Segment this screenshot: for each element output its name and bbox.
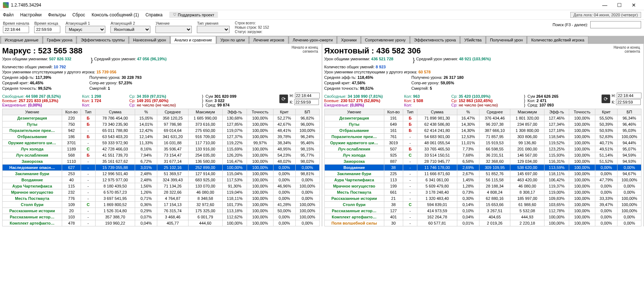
close-button[interactable]: ✕ [627, 1, 641, 9]
col-header[interactable]: Умение [3, 109, 62, 115]
seg-start-input[interactable] [617, 93, 641, 98]
col-header[interactable]: Максимум [510, 109, 544, 115]
menu-help[interactable]: Справка [145, 12, 162, 17]
col-header[interactable]: % [135, 109, 157, 115]
seg-end-input[interactable] [616, 99, 641, 105]
col-header[interactable]: Умение [324, 109, 384, 115]
refresh-icon[interactable]: ⟳ [279, 94, 288, 103]
menu-reset[interactable]: Сброс [72, 12, 85, 17]
table-row[interactable]: Путы649Б62 438 586,8014,30%96 207,38234 … [324, 121, 641, 127]
col-header[interactable]: Сумма [417, 109, 457, 115]
table-row[interactable]: Комплект артефакто…401-162 264,780,04%40… [324, 214, 641, 220]
table-row[interactable]: Рассказанные истор…127-414 973,590,10%3 … [324, 208, 641, 214]
col-header[interactable]: Точность [247, 109, 273, 115]
app-icon [3, 2, 9, 8]
table-row[interactable]: Столп бури38С594 839,010,14%15 653,6661 … [324, 201, 641, 208]
col-header[interactable]: Точность [569, 109, 595, 115]
table-row[interactable]: Поразительное преи…761-54 683 901,0012,5… [324, 133, 641, 140]
table-row[interactable]: Рассказанные истор…103-357 388,700,07%3 … [3, 214, 320, 220]
tab-5[interactable]: Урон по цели [216, 36, 249, 44]
tab-9[interactable]: Сопротивление урону [361, 36, 410, 44]
table-row[interactable]: Воздаяние38-11 746 178,002,69%309 109,95… [324, 164, 641, 170]
col-header[interactable]: БП [617, 109, 641, 115]
maximize-button[interactable]: ☐ [612, 1, 627, 9]
time-start-input[interactable] [3, 26, 29, 33]
tab-1[interactable]: График урона [43, 36, 76, 44]
tab-12[interactable]: Полученный урон [486, 36, 527, 44]
tab-6[interactable]: Лечение игроков [249, 36, 288, 44]
tab-13[interactable]: Количество действий игрока [527, 36, 588, 44]
table-row[interactable]: Комплект артефакто…478-193 960,220,04%40… [3, 220, 320, 226]
table-row[interactable]: Наследование опасн…627-15 739 055,883,01… [3, 164, 320, 170]
table-row[interactable]: Заморозка1110-35 161 627,626,72%31 677,1… [3, 158, 320, 164]
tab-8[interactable]: Хроники [337, 36, 361, 44]
menubar: Файл Настройки Фильтры Сброс Консоль соо… [0, 10, 644, 20]
tab-10[interactable]: Эффективность урона [410, 36, 460, 44]
table-row[interactable]: Мрачное могущество199-5 609 479,801,28%2… [324, 183, 641, 189]
skill-type-select[interactable] [197, 26, 230, 33]
col-header[interactable]: Максимум [188, 109, 222, 115]
attacker1-select[interactable]: Маркус [65, 26, 105, 33]
table-row[interactable]: Луч холода925С33 514 150,517,68%36 231,5… [324, 152, 641, 158]
menu-console[interactable]: Консоль сообщений (1) [92, 12, 139, 17]
menu-settings[interactable]: Настройки [20, 12, 42, 17]
table-row[interactable]: Столп бури109С1 869 800,520,36%17 154,13… [3, 201, 320, 208]
col-header[interactable]: Сумма [95, 109, 135, 115]
table-row[interactable]: Оружие ядовитого ши…3019-48 061 055,5411… [324, 140, 641, 146]
menu-filters[interactable]: Фильтры [48, 12, 66, 17]
table-row[interactable]: Поразительное преи…942-65 011 788,8012,4… [3, 127, 320, 133]
seg-end-input[interactable] [294, 99, 319, 105]
col-header[interactable]: Среднее [157, 109, 188, 115]
support-button[interactable]: ♡ Поддержать проект [169, 12, 218, 18]
tab-3[interactable]: Нанесенный урон [129, 36, 170, 44]
table-row[interactable]: Рассказанные истории20-1 526 314,800,29%… [3, 208, 320, 214]
table-row[interactable]: Рассказанные истории21-1 320 483,400,30%… [324, 195, 641, 201]
right-header: Яхонтовый : 436 582 306 [324, 46, 642, 56]
seg-start-input[interactable] [295, 93, 320, 98]
col-header[interactable]: Тип [81, 109, 95, 115]
table-row[interactable]: Луч ослабления568Б41 551 739,707,94%73 1… [3, 152, 320, 158]
table-row[interactable]: Месть Постмаута776-3 697 541,950,71%4 76… [3, 195, 320, 201]
left-data-table: УмениеКол-воТипСумма%СреднееМаксимумЭфф-… [2, 109, 320, 226]
table-row[interactable]: Мрачное могущество232-6 570 857,231,26%2… [3, 189, 320, 195]
col-header[interactable]: Крит [273, 109, 295, 115]
tab-11[interactable]: Убийства [460, 36, 486, 44]
col-header[interactable]: БП [295, 109, 319, 115]
time-end-input[interactable] [34, 26, 60, 33]
col-header[interactable]: Кол-во [62, 109, 81, 115]
table-row[interactable]: Отбрасывание186Б63 543 403,2012,14%341 6… [3, 133, 320, 140]
col-header[interactable]: Среднее [479, 109, 510, 115]
table-row[interactable]: Дезинтеграция191Б71 898 981,3016,47%376 … [324, 115, 641, 121]
menu-file[interactable]: Файл [3, 12, 14, 17]
table-row[interactable]: Отбрасывание161Б62 414 241,8014,30%387 6… [324, 127, 641, 133]
table-row[interactable]: Месть Постмаута661-3 178 248,400,73%4 80… [324, 189, 641, 195]
table-row[interactable]: Заклинание бури225-11 666 871,602,67%51 … [324, 170, 641, 177]
table-row[interactable]: Оружие ядовитого ши…3701-59 333 972,9011… [3, 140, 320, 146]
refresh-icon[interactable]: ⟳ [602, 94, 610, 103]
tab-4[interactable]: Анализ и сравнение [170, 36, 216, 44]
col-header[interactable]: Тип [403, 109, 417, 115]
tab-0[interactable]: Исходные данные [1, 36, 42, 44]
skill-select[interactable] [155, 26, 192, 33]
table-row[interactable]: Дезинтеграция220Б78 786 454,0015,05%358 … [3, 115, 320, 121]
left-header: Маркус : 523 565 388 [2, 46, 320, 56]
col-header[interactable]: Эфф-ть [544, 109, 569, 115]
tab-7[interactable]: Лечение-урон-смерти [289, 36, 337, 44]
col-header[interactable]: Кол-во [384, 109, 403, 115]
table-row[interactable]: Аура Чартилифакса115-8 180 439,501,56%71… [3, 183, 320, 189]
table-row[interactable]: Заморозка887-28 710 945,776,58%32 368,60… [324, 158, 641, 164]
col-header[interactable]: Эфф-ть [222, 109, 247, 115]
tab-2[interactable]: Эффективность группы [77, 36, 129, 44]
search-input[interactable] [590, 21, 641, 28]
table-row[interactable]: Луч холода1189С42 728 466,038,16%35 936,… [3, 146, 320, 152]
table-row[interactable]: Воздаяние40-12 975 977,002,48%324 399,43… [3, 177, 320, 183]
table-row[interactable]: Поля волшебной силы30-60 577,810,01%2 01… [324, 220, 641, 226]
minimize-button[interactable]: — [598, 1, 612, 9]
col-header[interactable]: % [457, 109, 479, 115]
table-row[interactable]: Луч ослабления507Б33 765 465,507,73%66 5… [324, 146, 641, 152]
table-row[interactable]: Путы750Б73 340 235,9014,01%97 786,98373 … [3, 121, 320, 127]
col-header[interactable]: Крит [595, 109, 617, 115]
attacker2-select[interactable]: Яхонтовый [110, 26, 150, 33]
table-row[interactable]: Заклинание бури253-12 996 501,402,48%51 … [3, 170, 320, 177]
table-row[interactable]: Аура Чартилифакса113-6 341 061,001,45%56… [324, 177, 641, 183]
